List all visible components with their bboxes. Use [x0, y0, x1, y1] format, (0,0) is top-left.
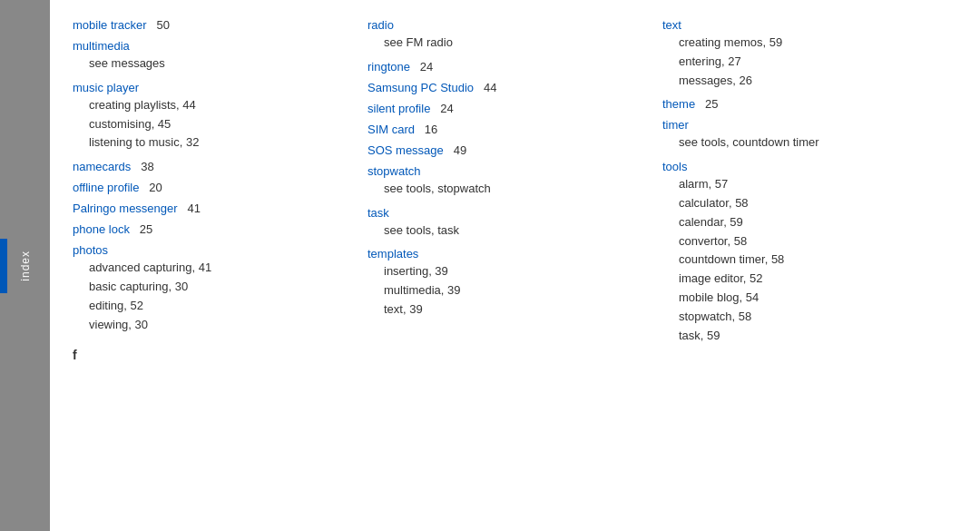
sub-entry: advanced capturing, 41: [89, 259, 349, 278]
entry-term: SIM card: [368, 123, 415, 136]
list-item: timer see tools, countdown timer: [662, 118, 939, 152]
list-item: mobile tracker 50: [73, 18, 349, 32]
list-item: tools alarm, 57 calculator, 58 calendar,…: [662, 160, 939, 345]
sub-entry: creating memos, 59: [679, 34, 939, 53]
list-item: templates inserting, 39 multimedia, 39 t…: [368, 247, 644, 319]
sub-entries: see messages: [89, 54, 349, 74]
sub-entries: see tools, countdown timer: [679, 133, 939, 152]
sub-entry: see tools, stopwatch: [384, 180, 644, 199]
entry-term: offline profile: [73, 181, 139, 194]
entry-page: 16: [418, 123, 438, 136]
entry-page: 20: [142, 181, 162, 194]
entry-term: text: [662, 18, 681, 32]
column-1: mobile tracker 50 multimedia see message…: [73, 18, 368, 513]
sub-entry: see tools, task: [384, 221, 644, 241]
sub-entry: alarm, 57: [679, 175, 939, 194]
sub-entry: calendar, 59: [679, 213, 939, 232]
entry-term: phone lock: [73, 222, 130, 236]
entry-page: 25: [699, 97, 719, 111]
list-item: music player creating playlists, 44 cust…: [73, 81, 349, 152]
entry-page: 24: [414, 60, 434, 74]
entry-term: SOS message: [368, 143, 444, 157]
sub-entry: see tools, countdown timer: [679, 133, 939, 152]
sub-entry: countdown timer, 58: [679, 251, 939, 270]
entry-page: 24: [434, 102, 454, 115]
column-3: text creating memos, 59 entering, 27 mes…: [662, 18, 957, 513]
list-item: radio see FM radio: [368, 18, 644, 53]
footer-letter: f: [73, 348, 349, 362]
sub-entries: inserting, 39 multimedia, 39 text, 39: [384, 262, 644, 319]
entry-page: 41: [181, 202, 201, 215]
main-content: mobile tracker 50 multimedia see message…: [50, 0, 980, 531]
sub-entries: advanced capturing, 41 basic capturing, …: [89, 259, 349, 334]
sub-entry: see FM radio: [384, 34, 644, 53]
entry-term: silent profile: [368, 102, 430, 115]
sub-entry: entering, 27: [679, 53, 939, 72]
sub-entry: multimedia, 39: [384, 281, 644, 300]
sub-entry: messages, 26: [679, 72, 939, 91]
entry-term: mobile tracker: [73, 18, 147, 32]
entry-term: Palringo messenger: [73, 202, 178, 215]
list-item: SOS message 49: [368, 143, 644, 157]
list-item: namecards 38: [73, 160, 349, 173]
sub-entry: calculator, 58: [679, 194, 939, 213]
sidebar: index: [0, 0, 50, 531]
column-2: radio see FM radio ringtone 24 Samsung P…: [368, 18, 662, 513]
sub-entry: mobile blog, 54: [679, 289, 939, 308]
list-item: Palringo messenger 41: [73, 202, 349, 215]
sub-entry: image editor, 52: [679, 270, 939, 289]
list-item: task see tools, task: [368, 206, 644, 241]
columns-container: mobile tracker 50 multimedia see message…: [73, 18, 957, 513]
sub-entry: inserting, 39: [384, 262, 644, 281]
sub-entry: customising, 45: [89, 115, 349, 134]
entry-page: 49: [446, 143, 466, 157]
sub-entry: text, 39: [384, 300, 644, 320]
entry-term: Samsung PC Studio: [368, 81, 474, 94]
list-item: theme 25: [662, 97, 939, 111]
entry-page: 50: [150, 18, 170, 32]
sub-entry: stopwatch, 58: [679, 308, 939, 327]
entry-page: 25: [133, 222, 153, 236]
entry-term: photos: [73, 243, 108, 257]
sub-entries: see FM radio: [384, 34, 644, 53]
list-item: multimedia see messages: [73, 39, 349, 74]
list-item: text creating memos, 59 entering, 27 mes…: [662, 18, 939, 90]
sidebar-accent: [0, 239, 7, 293]
entry-page: 38: [134, 160, 154, 173]
entry-term: tools: [662, 160, 687, 173]
entry-term: ringtone: [368, 60, 410, 74]
sub-entry: convertor, 58: [679, 232, 939, 251]
entry-term: task: [368, 206, 389, 220]
sub-entries: see tools, task: [384, 221, 644, 241]
list-item: silent profile 24: [368, 102, 644, 115]
entry-term: stopwatch: [368, 164, 421, 178]
list-item: offline profile 20: [73, 181, 349, 194]
sub-entry: task, 59: [679, 327, 939, 346]
sub-entry: editing, 52: [89, 297, 349, 316]
list-item: stopwatch see tools, stopwatch: [368, 164, 644, 199]
entry-term: namecards: [73, 160, 131, 173]
list-item: photos advanced capturing, 41 basic capt…: [73, 243, 349, 334]
list-item: ringtone 24: [368, 60, 644, 74]
sub-entry: see messages: [89, 54, 349, 74]
entry-term: music player: [73, 81, 139, 94]
entry-term: templates: [368, 247, 418, 261]
entry-page: 44: [477, 81, 497, 94]
entry-term: timer: [662, 118, 689, 132]
list-item: Samsung PC Studio 44: [368, 81, 644, 94]
sub-entry: creating playlists, 44: [89, 96, 349, 115]
entry-term: radio: [368, 18, 394, 32]
list-item: phone lock 25: [73, 222, 349, 236]
entry-term: theme: [662, 97, 695, 111]
sub-entry: viewing, 30: [89, 316, 349, 335]
sub-entries: see tools, stopwatch: [384, 180, 644, 199]
sub-entries: alarm, 57 calculator, 58 calendar, 59 co…: [679, 175, 939, 345]
entry-term: multimedia: [73, 39, 130, 53]
sub-entry: listening to music, 32: [89, 133, 349, 152]
sub-entries: creating memos, 59 entering, 27 messages…: [679, 34, 939, 90]
sub-entry: basic capturing, 30: [89, 278, 349, 297]
sub-entries: creating playlists, 44 customising, 45 l…: [89, 96, 349, 152]
sidebar-label: index: [19, 251, 32, 281]
list-item: SIM card 16: [368, 123, 644, 136]
